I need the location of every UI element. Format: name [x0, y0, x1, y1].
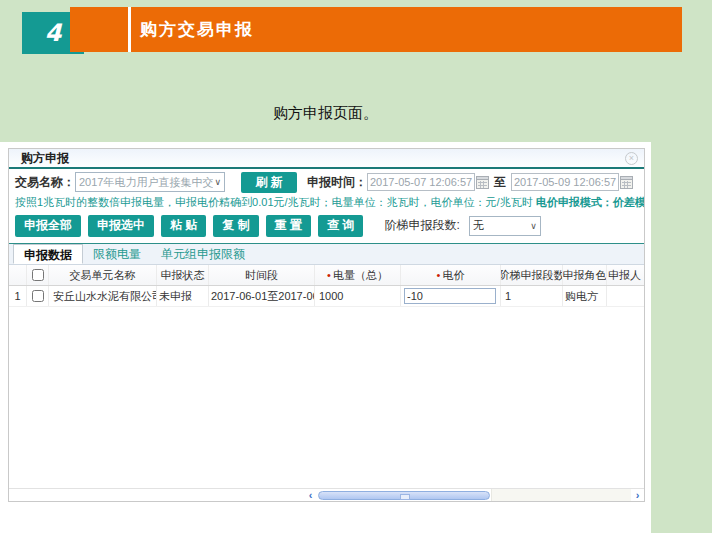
section-title-banner: 购方交易申报 [70, 7, 682, 52]
time-from-group [367, 173, 489, 191]
calendar-icon[interactable] [476, 176, 489, 189]
col-header-quantity: •电量（总） [315, 265, 401, 285]
table-row: 1 安丘山水水泥有限公司 未申报 2017-06-01至2017-06-30 1… [9, 286, 644, 307]
row-checkbox-cell [27, 286, 49, 306]
cell-price [401, 286, 501, 306]
table-empty-area [9, 307, 644, 488]
time-from-input[interactable] [367, 173, 475, 191]
page-caption: 购方申报页面。 [0, 104, 651, 123]
note-price-mode: 电价申报模式：价差模式 [536, 196, 644, 208]
ladder-segments-select[interactable]: 无 ∨ [469, 216, 541, 236]
trade-name-label: 交易名称： [15, 174, 75, 191]
col-header-price: •电价 [401, 265, 501, 285]
row-number: 1 [9, 286, 27, 306]
row-number-header [9, 265, 27, 285]
time-to-input[interactable] [511, 173, 619, 191]
filter-form-row: 交易名称： 2017年电力用户直接集中交易模拟 ∨ 刷 新 申报时间： 至 [9, 169, 644, 195]
query-button[interactable]: 查 询 [318, 215, 363, 237]
panel-title: 购方申报 [21, 150, 69, 167]
reset-button[interactable]: 重 置 [266, 215, 311, 237]
calendar-icon[interactable] [620, 176, 633, 189]
buyer-declaration-panel: 购方申报 × 交易名称： 2017年电力用户直接集中交易模拟 ∨ 刷 新 申报时… [8, 148, 645, 502]
cell-quantity: 1000 [315, 286, 401, 306]
banner-divider [128, 7, 131, 52]
tab-declaration-data[interactable]: 申报数据 [13, 244, 83, 264]
scroll-left-icon[interactable]: ‹ [304, 489, 317, 501]
declare-time-label: 申报时间： [307, 174, 367, 191]
paste-button[interactable]: 粘 贴 [161, 215, 206, 237]
horizontal-scrollbar: ‹ › [9, 488, 644, 501]
cell-person [607, 286, 644, 306]
tab-quota-quantity[interactable]: 限额电量 [83, 244, 151, 264]
section-title: 购方交易申报 [140, 18, 254, 41]
col-header-role: 申报角色 [563, 265, 607, 285]
tab-bar: 申报数据 限额电量 单元组申报限额 [9, 244, 644, 265]
declaration-rule-note: 按照1兆瓦时的整数倍申报电量，申报电价精确到0.01元/兆瓦时；电量单位：兆瓦时… [9, 195, 644, 210]
required-icon: • [327, 269, 331, 281]
note-text: 按照1兆瓦时的整数倍申报电量，申报电价精确到0.01元/兆瓦时；电量单位：兆瓦时… [15, 196, 536, 208]
col-header-price-text: 电价 [442, 268, 464, 283]
declare-selected-button[interactable]: 申报选中 [88, 215, 154, 237]
trade-name-value: 2017年电力用户直接集中交易模拟 [79, 175, 213, 190]
col-header-person: 申报人 [607, 265, 644, 285]
scroll-right-icon[interactable]: › [631, 489, 644, 501]
row-checkbox[interactable] [32, 290, 44, 302]
ladder-segments-label: 阶梯申报段数: [384, 217, 459, 234]
required-icon: • [437, 269, 441, 281]
ladder-segments-value: 无 [473, 218, 529, 233]
action-toolbar: 申报全部 申报选中 粘 贴 复 制 重 置 查 询 阶梯申报段数: 无 ∨ [9, 210, 644, 243]
col-header-name: 交易单元名称 [49, 265, 157, 285]
scrollbar-thumb[interactable] [318, 491, 490, 500]
cell-role: 购电方 [563, 286, 607, 306]
col-header-quantity-text: 电量（总） [333, 268, 388, 283]
col-header-ladder: 阶梯申报段数 [501, 265, 563, 285]
col-header-status: 申报状态 [157, 265, 209, 285]
copy-button[interactable]: 复 制 [213, 215, 258, 237]
select-all-checkbox[interactable] [32, 269, 44, 281]
scrollbar-left-spacer [9, 489, 304, 501]
panel-header: 购方申报 × [9, 149, 644, 169]
trade-name-select[interactable]: 2017年电力用户直接集中交易模拟 ∨ [75, 172, 225, 192]
cell-unit-name: 安丘山水水泥有限公司 [49, 286, 157, 306]
cell-ladder: 1 [501, 286, 563, 306]
time-to-group [511, 173, 633, 191]
tab-unit-group-quota[interactable]: 单元组申报限额 [151, 244, 255, 264]
chevron-down-icon: ∨ [529, 221, 538, 231]
refresh-button[interactable]: 刷 新 [241, 172, 297, 193]
cell-status: 未申报 [157, 286, 209, 306]
select-all-cell [27, 265, 49, 285]
cell-period: 2017-06-01至2017-06-30 [209, 286, 315, 306]
declare-all-button[interactable]: 申报全部 [15, 215, 81, 237]
col-header-period: 时间段 [209, 265, 315, 285]
chevron-down-icon: ∨ [213, 177, 222, 187]
table-header-row: 交易单元名称 申报状态 时间段 •电量（总） •电价 阶梯申报段数 申报角色 申… [9, 265, 644, 286]
price-input[interactable] [404, 288, 496, 304]
app-screenshot-area: 购方申报 × 交易名称： 2017年电力用户直接集中交易模拟 ∨ 刷 新 申报时… [0, 142, 651, 533]
collapse-icon[interactable]: × [625, 152, 638, 165]
to-label: 至 [494, 174, 506, 191]
scrollbar-track[interactable] [491, 489, 631, 501]
